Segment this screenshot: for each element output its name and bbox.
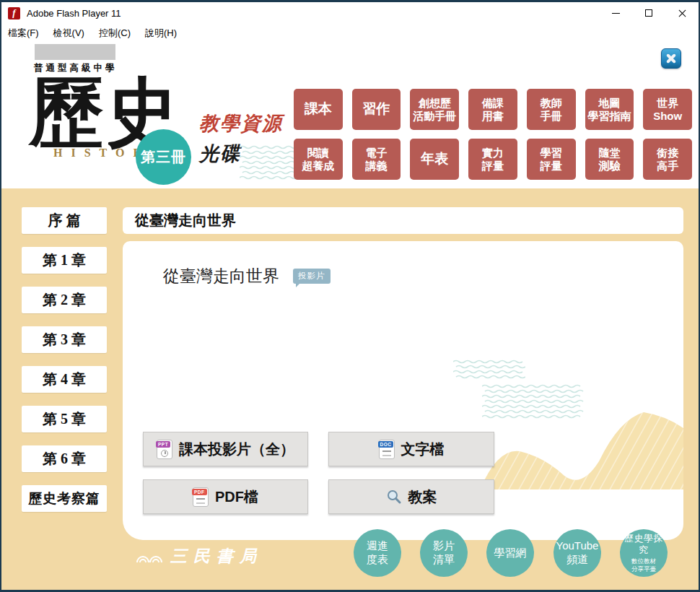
sidebar-item-intro[interactable]: 序 篇 xyxy=(22,207,107,234)
disc-label: 光碟 xyxy=(199,141,241,167)
minimize-icon xyxy=(612,13,620,14)
publisher-logo: 三民書局 xyxy=(136,545,263,567)
nav-quiz[interactable]: 隨堂 測驗 xyxy=(585,139,634,180)
ppt-file-icon: PPT xyxy=(157,440,172,459)
minimize-button[interactable] xyxy=(599,2,632,24)
nav-bridging[interactable]: 銜接 高手 xyxy=(643,139,692,180)
pdf-file-icon: PDF xyxy=(193,487,209,507)
history-inquiry-circle[interactable]: 歷史學探究 數位教材 分享平臺 xyxy=(620,529,668,577)
magnifier-icon xyxy=(386,489,402,505)
pdf-file-button[interactable]: PDF PDF檔 xyxy=(143,479,308,514)
nav-workbook[interactable]: 習作 xyxy=(352,89,401,130)
hill-decoration xyxy=(476,406,683,489)
sidebar-item-ch2[interactable]: 第 2 章 xyxy=(22,287,107,313)
youtube-channel-circle[interactable]: YouTube 頻道 xyxy=(554,529,601,577)
app-close-button[interactable] xyxy=(661,48,681,69)
publisher-arcs-icon xyxy=(136,548,166,565)
resource-nav-row-1: 課本 習作 創想歷 活動手冊 備課 用書 教師 手冊 地圖 學習指南 世界 Sh… xyxy=(294,89,692,130)
sidebar-item-ch6[interactable]: 第 6 章 xyxy=(22,445,107,472)
main-stage: 序 篇 第 1 章 第 2 章 第 3 章 第 4 章 第 5 章 第 6 章 … xyxy=(1,188,699,590)
title-bar: f Adobe Flash Player 11 xyxy=(1,2,699,24)
content-panel: 從臺灣走向世界 投影片 PPT xyxy=(123,241,683,540)
slides-tag: 投影片 xyxy=(293,269,331,284)
slides-all-button[interactable]: PPT 課本投影片（全） xyxy=(143,432,308,466)
nav-map-study-guide[interactable]: 地圖 學習指南 xyxy=(585,89,634,130)
lesson-plan-label: 教案 xyxy=(408,487,437,507)
nav-learning-assessment[interactable]: 學習 評量 xyxy=(527,139,576,180)
doc-file-icon: DOC xyxy=(379,440,395,459)
nav-lesson-prep-book[interactable]: 備課 用書 xyxy=(468,89,517,130)
nav-e-lecture-notes[interactable]: 電子 講義 xyxy=(352,139,401,180)
publisher-name: 三民書局 xyxy=(170,545,263,567)
nav-activity-handbook[interactable]: 創想歷 活動手冊 xyxy=(410,89,459,130)
text-file-label: 文字檔 xyxy=(401,440,445,459)
nav-world-show[interactable]: 世界 Show xyxy=(643,89,692,130)
resource-label: 教學資源 xyxy=(199,110,283,136)
sidebar-item-field-study[interactable]: 歷史考察篇 xyxy=(22,485,107,512)
clock-icon xyxy=(161,450,168,457)
window-controls xyxy=(599,2,699,24)
slides-all-label: 課本投影片（全） xyxy=(179,440,294,459)
nav-timeline[interactable]: 年表 xyxy=(410,139,459,180)
window-title: Adobe Flash Player 11 xyxy=(27,8,121,19)
flash-player-window: f Adobe Flash Player 11 檔案(F) 檢視(V) 控制(C… xyxy=(0,0,700,592)
maximize-button[interactable] xyxy=(632,2,665,24)
maximize-icon xyxy=(645,9,652,17)
content-title-bar: 從臺灣走向世界 xyxy=(123,207,683,234)
resource-nav-row-2: 閱讀 超養成 電子 講義 年表 實力 評量 學習 評量 隨堂 測驗 銜接 高手 xyxy=(294,139,692,180)
sidebar-item-ch4[interactable]: 第 4 章 xyxy=(22,366,107,393)
menu-file[interactable]: 檔案(F) xyxy=(8,27,39,40)
sidebar-item-ch5[interactable]: 第 5 章 xyxy=(22,406,107,432)
text-file-button[interactable]: DOC 文字檔 xyxy=(328,432,494,466)
menu-help[interactable]: 說明(H) xyxy=(145,27,177,40)
menu-control[interactable]: 控制(C) xyxy=(99,27,131,40)
sidebar-item-ch3[interactable]: 第 3 章 xyxy=(22,326,107,353)
publisher-logo-placeholder xyxy=(35,44,115,60)
nav-textbook[interactable]: 課本 xyxy=(294,89,343,130)
nav-ability-assessment[interactable]: 實力 評量 xyxy=(468,139,517,180)
pdf-file-label: PDF檔 xyxy=(215,487,258,507)
learning-site-circle[interactable]: 學習網 xyxy=(486,529,534,577)
chapter-title: 從臺灣走向世界 xyxy=(163,265,279,287)
weekly-schedule-circle[interactable]: 週進 度表 xyxy=(354,529,401,577)
wave-decoration xyxy=(453,360,525,383)
menu-bar: 檔案(F) 檢視(V) 控制(C) 說明(H) xyxy=(1,24,699,43)
sidebar-item-ch1[interactable]: 第 1 章 xyxy=(22,247,107,274)
menu-view[interactable]: 檢視(V) xyxy=(53,27,84,40)
video-list-circle[interactable]: 影片 清單 xyxy=(420,529,468,577)
nav-teacher-manual[interactable]: 教師 手冊 xyxy=(527,89,576,130)
close-icon xyxy=(678,9,687,18)
close-button[interactable] xyxy=(665,2,699,24)
lesson-plan-button[interactable]: 教案 xyxy=(328,479,494,514)
volume-badge: 第三冊 xyxy=(136,129,191,185)
nav-reading-plus[interactable]: 閱讀 超養成 xyxy=(294,139,343,180)
flash-icon: f xyxy=(8,7,20,19)
app-header: 普通型高級中學 歷史 HISTORY 第三冊 教學資源 光碟 課本 習作 創想歷… xyxy=(1,43,699,188)
